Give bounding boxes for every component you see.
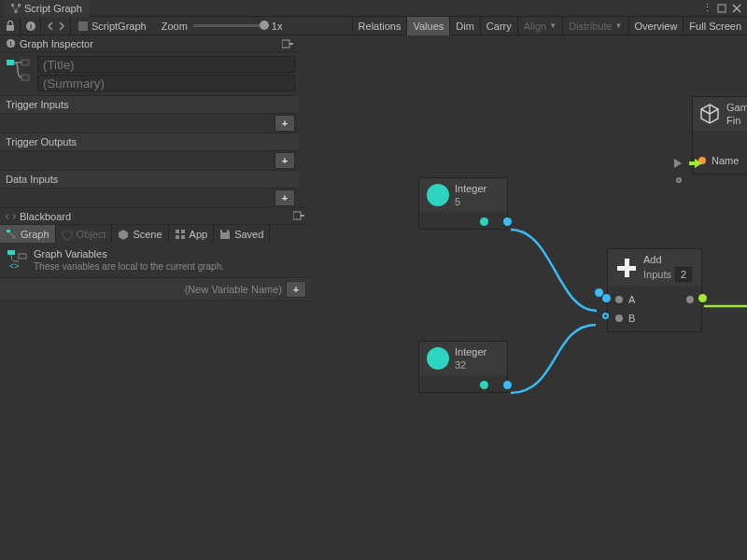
- popout-button[interactable]: [293, 211, 304, 222]
- info-button[interactable]: i: [21, 18, 41, 35]
- svg-rect-17: [21, 60, 29, 65]
- svg-line-23: [8, 232, 14, 236]
- svg-rect-28: [222, 230, 227, 232]
- svg-rect-29: [7, 250, 15, 255]
- svg-rect-5: [718, 5, 726, 12]
- fullscreen-button[interactable]: Full Screen: [683, 17, 747, 35]
- output-port[interactable]: [503, 381, 512, 389]
- graph-variables-desc: These variables are local to the current…: [34, 261, 224, 272]
- distribute-button[interactable]: Distribute▼: [562, 17, 627, 35]
- script-icon: [78, 21, 88, 31]
- svg-line-3: [13, 7, 17, 10]
- svg-rect-0: [11, 4, 14, 7]
- svg-line-4: [16, 7, 20, 10]
- align-button[interactable]: Align▼: [517, 17, 562, 35]
- scene-tab-icon: [118, 229, 129, 240]
- popout-icon: [293, 211, 304, 220]
- data-port: [480, 217, 488, 226]
- svg-text:i: i: [29, 22, 31, 31]
- breadcrumb[interactable]: ScriptGraph: [71, 21, 154, 32]
- trigger-inputs-header[interactable]: Trigger Inputs: [0, 95, 299, 114]
- data-inputs-header[interactable]: Data Inputs: [0, 170, 299, 189]
- inspector-header: i Graph Inspector: [0, 35, 299, 52]
- graph-icon: [11, 4, 21, 13]
- menu-icon[interactable]: ⋮: [700, 2, 713, 15]
- carry-button[interactable]: Carry: [480, 17, 517, 35]
- lock-button[interactable]: [0, 18, 21, 35]
- svg-rect-30: [19, 254, 26, 259]
- svg-rect-14: [282, 40, 289, 48]
- add-variable-button[interactable]: +: [286, 281, 306, 298]
- window-tab[interactable]: Script Graph: [4, 0, 90, 17]
- svg-rect-18: [21, 75, 29, 80]
- trigger-outputs-header[interactable]: Trigger Outputs: [0, 133, 299, 151]
- new-variable-placeholder[interactable]: (New Variable Name): [185, 284, 282, 295]
- code-button[interactable]: [41, 18, 71, 35]
- summary-field[interactable]: [37, 75, 295, 91]
- info-icon: i: [6, 38, 16, 49]
- slider-thumb[interactable]: [260, 21, 269, 30]
- popout-button[interactable]: [282, 39, 293, 49]
- output-port[interactable]: [503, 217, 512, 226]
- input-port-a[interactable]: [615, 296, 623, 303]
- gameobject-icon: [698, 102, 721, 126]
- svg-rect-21: [7, 230, 10, 232]
- integer-node-2[interactable]: Integer 32: [418, 341, 508, 393]
- integer-node-1[interactable]: Integer 5: [418, 177, 508, 230]
- close-icon[interactable]: [730, 2, 743, 15]
- node-label-2: Fin: [726, 115, 747, 126]
- graph-type-icon: [4, 56, 32, 84]
- svg-rect-1: [18, 4, 21, 7]
- graph-tab-icon: [6, 229, 17, 240]
- tab-scene[interactable]: Scene: [112, 225, 168, 243]
- tab-graph[interactable]: Graph: [0, 225, 56, 243]
- node-value: 32: [455, 359, 486, 371]
- add-data-input-button[interactable]: +: [275, 189, 295, 206]
- svg-text:<>: <>: [9, 261, 20, 271]
- relations-button[interactable]: Relations: [352, 17, 407, 35]
- add-trigger-input-button[interactable]: +: [275, 115, 295, 132]
- node-label-1: Gam: [726, 102, 747, 113]
- node-label: Integer: [455, 183, 486, 194]
- add-node[interactable]: Add Inputs 2 A B: [607, 248, 702, 332]
- flow-in-port[interactable]: [595, 288, 603, 297]
- svg-rect-19: [293, 212, 301, 219]
- overview-button[interactable]: Overview: [628, 17, 684, 35]
- graph-canvas[interactable]: Integer 5 Integer 32: [310, 35, 747, 560]
- svg-rect-11: [78, 21, 88, 31]
- values-button[interactable]: Values: [406, 17, 449, 35]
- saved-tab-icon: [219, 229, 231, 240]
- tab-app[interactable]: App: [169, 225, 215, 243]
- input-connector-a[interactable]: [602, 294, 611, 302]
- add-trigger-output-button[interactable]: +: [275, 152, 295, 169]
- window-title: Script Graph: [24, 3, 82, 14]
- svg-rect-27: [181, 235, 185, 239]
- find-node[interactable]: Gam Fin Name: [692, 96, 747, 175]
- dim-button[interactable]: Dim: [449, 17, 480, 35]
- zoom-value: 1x: [272, 21, 283, 32]
- svg-text:i: i: [9, 39, 11, 48]
- node-label: Integer: [455, 346, 486, 357]
- zoom-slider[interactable]: [193, 24, 266, 27]
- node-label: Add: [643, 254, 692, 265]
- svg-rect-25: [181, 230, 185, 233]
- node-value: 5: [455, 196, 486, 207]
- zoom-label: Zoom: [162, 21, 188, 32]
- lock-icon: [6, 21, 15, 31]
- input-port-b[interactable]: [615, 315, 623, 322]
- blackboard-icon: [6, 212, 16, 221]
- integer-icon: [427, 347, 449, 370]
- maximize-icon[interactable]: [715, 2, 728, 15]
- tab-object[interactable]: Object: [56, 225, 113, 243]
- graph-variables-icon: <>: [6, 248, 28, 271]
- flow-in-triangle[interactable]: [674, 159, 682, 168]
- input-connector-b[interactable]: [602, 313, 609, 319]
- title-field[interactable]: [37, 56, 295, 73]
- input-port[interactable]: [676, 177, 682, 183]
- output-connector[interactable]: [698, 294, 707, 302]
- svg-rect-22: [12, 236, 16, 239]
- tab-saved[interactable]: Saved: [214, 225, 270, 243]
- svg-rect-2: [15, 10, 18, 13]
- plus-icon: [615, 257, 638, 279]
- inputs-count[interactable]: 2: [675, 267, 692, 282]
